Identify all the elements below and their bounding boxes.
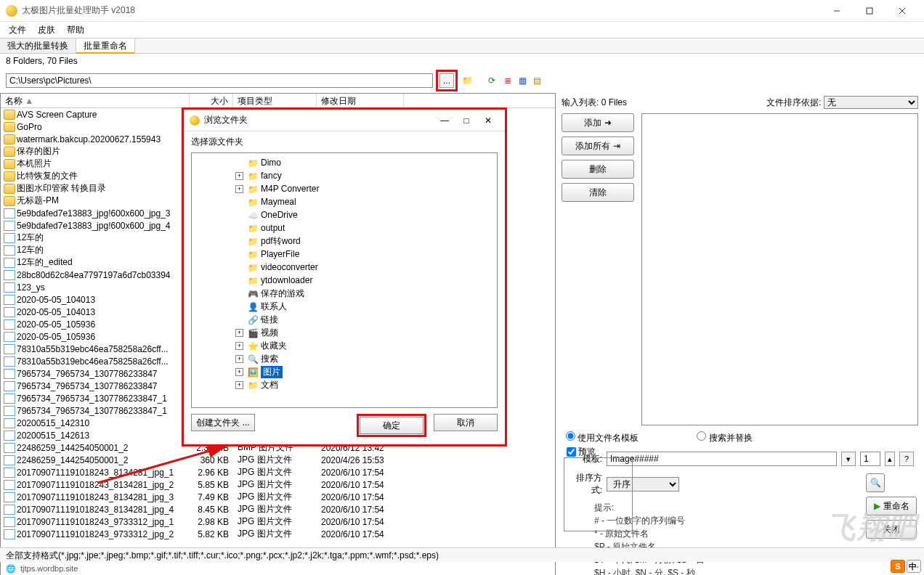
col-type[interactable]: 项目类型 [233,94,317,107]
file-icon [4,307,15,317]
folder-icon [4,171,15,182]
output-list[interactable] [641,113,918,425]
counter-up-button[interactable]: ▴ [885,452,895,466]
file-icon [4,492,15,502]
dialog-minimize-button[interactable]: — [434,115,455,126]
file-row[interactable]: 2017090711191018243_9733312_jpg_12.98 KB… [1,515,555,528]
view-list-icon[interactable]: ≣ [501,74,514,87]
tree-item[interactable]: 📁PlayerFile [192,248,497,261]
dialog-close-button[interactable]: ✕ [477,115,499,126]
maximize-button[interactable] [853,0,885,22]
file-row[interactable]: 2017090711191018243_8134281_jpg_37.49 KB… [1,491,555,503]
dialog-maximize-button[interactable]: □ [455,115,477,126]
menu-file[interactable]: 文件 [3,23,32,38]
add-button[interactable]: 添加 ➜ [562,113,634,132]
file-icon [4,295,15,305]
browse-button[interactable]: … [439,73,454,88]
close-button-action[interactable]: 关闭 [866,520,917,539]
tree-item[interactable]: +🖼️图片 [192,365,497,378]
tab-batch-convert[interactable]: 强大的批量转换 [0,38,76,53]
cancel-button[interactable]: 取消 [434,414,498,431]
folder-up-icon[interactable]: 📁 [461,74,474,87]
help-button[interactable]: ? [899,452,914,466]
cloud-icon: ☁️ [248,211,258,219]
ime-lang-icon: 中• [907,560,921,573]
sort-by-select[interactable]: 无 [824,96,918,109]
expand-icon[interactable]: + [235,355,243,363]
col-name[interactable]: 名称 ▲ [1,94,190,107]
minimize-button[interactable] [820,0,853,22]
folder-icon: 📁 [248,197,258,206]
find-button[interactable]: 🔍 [866,473,885,492]
tree-item[interactable]: +📁文档 [192,378,497,391]
ok-button[interactable]: 确定 [360,417,423,434]
template-input[interactable] [607,452,837,466]
folder-icon [4,184,15,194]
tree-item[interactable]: +📁fancy [192,169,497,182]
expand-icon[interactable]: + [235,368,243,376]
tree-item[interactable]: 📁Maymeal [192,195,497,208]
tab-batch-rename[interactable]: 批量重命名 [76,38,135,54]
link-icon: 🔗 [248,315,258,324]
file-icon [4,455,15,465]
file-row[interactable]: 2017090711191018243_8134281_jpg_12.96 KB… [1,466,555,478]
counter-input[interactable] [860,452,880,466]
tree-item[interactable]: +⭐收藏夹 [192,339,497,352]
dialog-title: 浏览文件夹 [204,114,434,126]
folder-icon [4,196,15,206]
clear-button[interactable]: 清除 [562,183,634,202]
tree-item[interactable]: 📁ytdownloader [192,274,497,287]
file-icon [4,468,15,478]
browse-highlight: … [436,70,458,91]
col-date[interactable]: 修改日期 [317,94,404,107]
tree-item[interactable]: 📁Dimo [192,156,497,169]
preview-checkbox[interactable]: 预览 [567,446,596,458]
ime-indicator[interactable]: S 中• [891,560,921,573]
expand-icon[interactable]: + [235,381,243,389]
search-icon: 🔍 [248,354,258,363]
folder-icon: 📁 [248,380,258,389]
add-all-button[interactable]: 添加所有 ⇥ [562,136,634,155]
arrow-right-icon: ⇥ [613,141,620,151]
file-icon [4,505,15,515]
tree-item[interactable]: 📁output [192,221,497,235]
expand-icon[interactable]: + [235,185,243,193]
radio-search-replace[interactable]: 搜索并替换 [697,431,752,444]
file-icon [4,480,15,490]
delete-button[interactable]: 删除 [562,160,634,179]
expand-icon[interactable]: + [235,329,243,337]
close-button[interactable] [885,0,918,22]
file-icon [4,319,15,330]
tree-item[interactable]: +📁M4P Converter [192,182,497,195]
tree-item[interactable]: 👤联系人 [192,300,497,313]
file-icon [4,418,15,428]
file-row[interactable]: 22486259_144254050001_2360 KBJPG 图片文件202… [1,454,555,466]
menu-help[interactable]: 帮助 [61,23,90,38]
expand-icon[interactable]: + [235,342,243,350]
folder-icon: 📁 [248,224,258,232]
menu-skin[interactable]: 皮肤 [32,23,61,38]
rename-button[interactable]: ▶重命名 [866,497,917,515]
tree-item[interactable]: +🎬视频 [192,326,497,339]
path-input[interactable] [6,73,433,88]
tree-item[interactable]: 📁pdf转word [192,235,497,248]
file-row[interactable]: 2017090711191018243_9733312_jpg_25.82 KB… [1,528,555,540]
tree-item[interactable]: 🔗链接 [192,313,497,326]
col-size[interactable]: 大小 [190,94,233,107]
refresh-icon[interactable]: ⟳ [485,74,498,87]
new-folder-button[interactable]: 创建文件夹 ... [191,414,255,431]
folder-icon [4,110,15,120]
tree-item[interactable]: 📁videoconverter [192,261,497,274]
tree-item[interactable]: ☁️OneDrive [192,208,497,221]
tree-item[interactable]: +🔍搜索 [192,352,497,365]
file-row[interactable]: 2017090711191018243_8134281_jpg_48.45 KB… [1,503,555,515]
ime-sogou-icon: S [891,560,905,573]
view-details-icon[interactable]: ▦ [516,74,529,87]
template-dropdown-button[interactable]: ▾ [841,452,856,466]
radio-template[interactable]: 使用文件名模板 [566,431,639,444]
view-thumbnails-icon[interactable]: ▤ [530,74,543,87]
tree-item[interactable]: 🎮保存的游戏 [192,287,497,300]
folder-tree[interactable]: 📁Dimo+📁fancy+📁M4P Converter📁Maymeal☁️One… [191,152,498,408]
expand-icon[interactable]: + [235,172,243,180]
file-row[interactable]: 2017090711191018243_8134281_jpg_25.85 KB… [1,478,555,491]
